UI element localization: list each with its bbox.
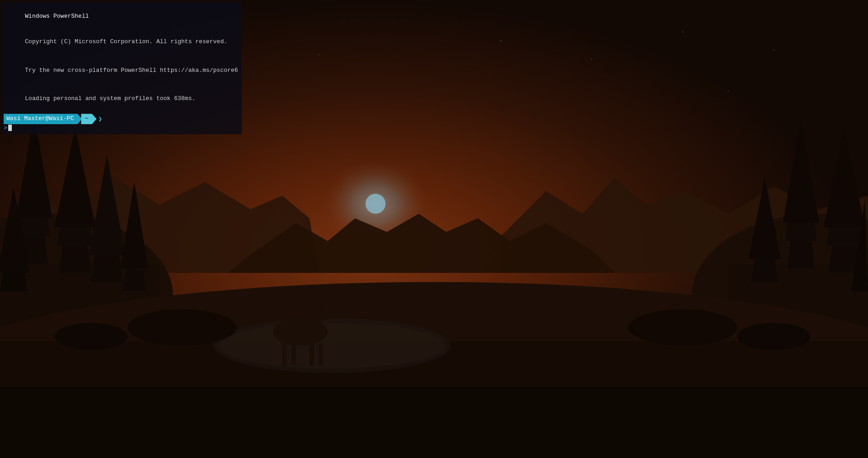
terminal-loading: Loading personal and system profiles too… bbox=[25, 95, 195, 102]
terminal-tip: Try the new cross-platform PowerShell ht… bbox=[25, 67, 238, 74]
prompt-gt-char: > bbox=[4, 125, 7, 131]
terminal-copyright-line: Copyright (C) Microsoft Corporation. All… bbox=[4, 30, 238, 55]
terminal-title: Windows PowerShell bbox=[25, 13, 89, 20]
prompt-arrow-text: ❯ bbox=[98, 115, 102, 123]
terminal-tip-line: Try the new cross-platform PowerShell ht… bbox=[4, 58, 238, 84]
terminal-loading-line: Loading personal and system profiles too… bbox=[4, 86, 238, 112]
terminal-cursor-line[interactable]: > bbox=[4, 125, 238, 131]
prompt-dir-text: ~ bbox=[85, 115, 88, 122]
prompt-dir-badge: ~ bbox=[81, 114, 96, 124]
prompt-user-text: Wasi Master@Wasi-PC bbox=[6, 115, 74, 122]
terminal-window: Windows PowerShell Copyright (C) Microso… bbox=[0, 0, 868, 458]
terminal-cursor bbox=[8, 125, 12, 131]
terminal-prompt-line: Wasi Master@Wasi-PC ~ ❯ bbox=[4, 114, 238, 124]
terminal-copyright: Copyright (C) Microsoft Corporation. All… bbox=[25, 38, 228, 45]
terminal-title-line: Windows PowerShell bbox=[4, 4, 238, 30]
prompt-user-badge: Wasi Master@Wasi-PC bbox=[4, 114, 82, 124]
